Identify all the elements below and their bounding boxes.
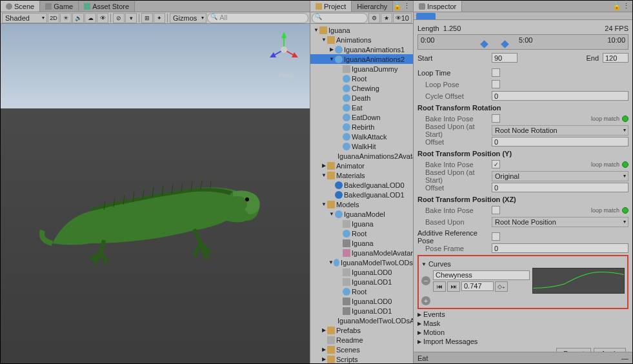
tree-item[interactable]: BakedIguanaLOD1: [310, 190, 413, 199]
rtr-offset-input[interactable]: [492, 137, 628, 147]
import-messages-foldout[interactable]: Import Messages: [417, 338, 628, 345]
start-input[interactable]: [492, 53, 517, 63]
project-search[interactable]: [312, 13, 368, 23]
events-foldout[interactable]: Events: [417, 310, 628, 318]
end-input[interactable]: [603, 53, 628, 63]
orientation-gizmo[interactable]: y: [265, 30, 303, 69]
lock-icon[interactable]: 🔒: [612, 2, 621, 10]
tree-item[interactable]: IguanaModelTwoLODsAvatar: [310, 316, 413, 325]
camera-icon[interactable]: ▾: [125, 13, 137, 23]
gizmos-dropdown[interactable]: Gizmos: [170, 13, 206, 23]
tree-item[interactable]: IguanaLOD1: [310, 306, 413, 316]
rtr-based-dropdown[interactable]: Root Node Rotation: [492, 125, 628, 136]
loop-match-icon: [622, 116, 628, 122]
rty-offset-input[interactable]: [492, 183, 628, 192]
lighting-icon[interactable]: ☀: [60, 13, 72, 23]
rtxz-bake-checkbox[interactable]: [492, 206, 500, 214]
tab-inspector[interactable]: Inspector: [414, 1, 462, 12]
grid-icon[interactable]: ⊞: [141, 13, 153, 23]
tree-item[interactable]: ▶Prefabs: [310, 325, 413, 335]
add-curve-button[interactable]: +: [421, 296, 430, 305]
tool-icon[interactable]: ✦: [154, 13, 165, 23]
tree-item[interactable]: Death: [310, 93, 413, 103]
scene-viewport[interactable]: y Persp: [1, 24, 310, 363]
tab-game[interactable]: Game: [40, 1, 79, 12]
additive-checkbox[interactable]: [492, 232, 500, 241]
tree-item[interactable]: Root: [310, 74, 413, 83]
cycle-offset-input[interactable]: [492, 91, 628, 101]
tab-hierarchy[interactable]: Hierarchy: [352, 1, 393, 12]
loop-pose-checkbox[interactable]: [492, 80, 500, 88]
rtxz-based-dropdown[interactable]: Root Node Position: [492, 217, 628, 227]
mode-2d-button[interactable]: 2D: [48, 13, 59, 23]
project-tree[interactable]: ▼Iguana▼Animations▶IguanaAnimations1▼Igu…: [310, 24, 413, 363]
scene-tabs: Scene Game Asset Store: [1, 1, 310, 12]
tree-item[interactable]: IguanaLOD0: [310, 296, 413, 306]
curves-foldout[interactable]: Curves: [421, 260, 625, 268]
tree-item[interactable]: Eat: [310, 103, 413, 112]
tree-item[interactable]: IguanaModelAvatar: [310, 248, 413, 258]
dock-icon[interactable]: ⋮: [403, 2, 410, 10]
curve-graph[interactable]: [532, 268, 625, 294]
star-icon[interactable]: ★: [381, 13, 392, 23]
tree-item[interactable]: ▼Materials: [310, 170, 413, 180]
clip-thumb[interactable]: [416, 13, 436, 19]
remove-curve-button[interactable]: −: [421, 276, 430, 285]
clip-timeline[interactable]: 0:00 5:00 10:00: [417, 34, 628, 50]
add-key-icon[interactable]: ◇₊: [495, 281, 508, 292]
prev-key-icon[interactable]: ⏮: [433, 281, 446, 292]
dock-icon[interactable]: ⋮: [623, 2, 630, 10]
tree-item[interactable]: ▼IguanaModel: [310, 209, 413, 219]
mask-foldout[interactable]: Mask: [417, 319, 628, 327]
tree-item[interactable]: ▶Scenes: [310, 345, 413, 354]
gizmo-toggle-icon[interactable]: ⊘: [113, 13, 125, 23]
tree-item[interactable]: IguanaDummy: [310, 64, 413, 74]
tree-item[interactable]: EatDown: [310, 112, 413, 122]
tree-item[interactable]: ▼IguanaAnimations2: [310, 54, 413, 64]
tree-item[interactable]: WalkHit: [310, 141, 413, 151]
preview-bar[interactable]: Eat —: [414, 352, 632, 363]
loop-time-checkbox[interactable]: [492, 68, 500, 77]
scene-search[interactable]: All: [207, 13, 308, 23]
curve-value-input[interactable]: [461, 281, 494, 291]
motion-foldout[interactable]: Motion: [417, 329, 628, 336]
tree-item[interactable]: Root: [310, 228, 413, 238]
next-key-icon[interactable]: ⏭: [447, 281, 460, 292]
visibility-icon[interactable]: 👁: [97, 13, 108, 23]
rty-bake-checkbox[interactable]: ✓: [492, 160, 500, 168]
fx-icon[interactable]: ☁: [85, 13, 96, 23]
inspector-tabs: Inspector 🔒⋮: [414, 1, 632, 12]
tab-scene[interactable]: Scene: [1, 1, 40, 12]
tree-item[interactable]: ▼Models: [310, 199, 413, 209]
tree-item[interactable]: ▶Scripts: [310, 354, 413, 363]
visibility-count[interactable]: 👁10: [393, 13, 412, 23]
rtr-bake-checkbox[interactable]: [492, 114, 500, 123]
tree-item[interactable]: ▶Animator: [310, 161, 413, 170]
tree-item[interactable]: Chewing: [310, 83, 413, 93]
lock-icon[interactable]: 🔒: [393, 2, 402, 10]
tree-item[interactable]: Root: [310, 287, 413, 296]
shading-dropdown[interactable]: Shaded: [2, 13, 47, 23]
tree-item[interactable]: IguanaLOD1: [310, 277, 413, 287]
tree-item[interactable]: Iguana: [310, 238, 413, 248]
svg-point-6: [281, 46, 287, 53]
tree-item[interactable]: IguanaAnimations2Avatar: [310, 151, 413, 161]
tree-item[interactable]: ▼Iguana: [310, 25, 413, 35]
tree-item[interactable]: Rebirth: [310, 122, 413, 132]
tree-item[interactable]: ▼Animations: [310, 35, 413, 45]
scene-toolbar: Shaded 2D ☀ 🔊 ☁ 👁 ⊘ ▾ ⊞ ✦ Gizmos All: [1, 12, 310, 24]
tree-item[interactable]: BakedIguanaLOD0: [310, 180, 413, 190]
filter-icon[interactable]: ⚙: [368, 13, 380, 23]
pose-frame-input[interactable]: [492, 243, 628, 253]
tree-item[interactable]: IguanaLOD0: [310, 267, 413, 277]
tree-item[interactable]: Iguana: [310, 219, 413, 228]
audio-icon[interactable]: 🔊: [72, 13, 84, 23]
tab-asset-store[interactable]: Asset Store: [79, 1, 135, 12]
tab-project[interactable]: Project: [310, 1, 352, 12]
tree-item[interactable]: Readme: [310, 335, 413, 345]
tree-item[interactable]: ▶IguanaAnimations1: [310, 45, 413, 54]
rty-based-dropdown[interactable]: Original: [492, 171, 628, 181]
tree-item[interactable]: ▼IguanaModelTwoLODs: [310, 258, 413, 267]
tree-item[interactable]: WalkAttack: [310, 132, 413, 141]
curve-name-input[interactable]: [433, 270, 530, 280]
